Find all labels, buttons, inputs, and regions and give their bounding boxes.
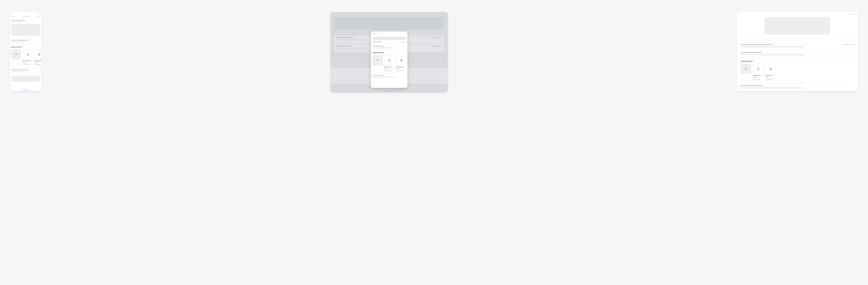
content-panel — [11, 76, 40, 82]
content-section — [741, 50, 854, 58]
text-line-placeholder — [741, 54, 804, 55]
window-controls — [849, 13, 856, 15]
content-section — [10, 18, 41, 38]
nav-action-placeholder — [37, 16, 40, 17]
content-section — [10, 38, 41, 44]
attachment-item[interactable]: file name.doc 14MB 15 Jan 2024 — [765, 64, 776, 80]
attachment-date: 15 Jan 2024 — [34, 64, 41, 65]
attachment-tile[interactable] — [765, 64, 776, 74]
attachment-filesize: 14MB — [34, 62, 41, 64]
sheet-text-section — [371, 44, 407, 50]
attachment-filesize: 14MB — [396, 68, 407, 70]
attachments-section: Attachments (2) + file name.doc 14MB 15 … — [10, 44, 41, 68]
text-line-placeholder — [11, 69, 29, 70]
attachment-add[interactable]: + — [741, 64, 751, 80]
document-icon — [769, 67, 772, 70]
text-line-placeholder — [372, 47, 394, 48]
device-mobile-frame: Attachments (2) + file name.doc 14MB 15 … — [10, 12, 41, 91]
text-line-placeholder — [372, 46, 384, 47]
subtext-placeholder — [11, 22, 22, 23]
attachment-filename: file name.doc — [765, 75, 776, 76]
plus-icon: + — [745, 67, 747, 70]
plus-icon: + — [15, 53, 17, 56]
home-indicator — [382, 91, 396, 92]
heading-placeholder — [11, 20, 25, 21]
add-attachment-tile[interactable]: + — [372, 55, 383, 65]
attachment-filename: file name.doc — [396, 66, 407, 68]
document-icon — [757, 67, 760, 70]
attachment-date: 15 Jan 2024 — [753, 78, 763, 80]
document-icon — [388, 59, 391, 62]
attachment-filesize: 14MB — [23, 62, 33, 64]
document-icon — [26, 53, 29, 56]
attachments-row: + file name.doc 14MB 15 Jan 2024 — [11, 49, 40, 65]
attachment-date: 15 Jan 2024 — [765, 78, 776, 80]
hero-section — [741, 17, 854, 38]
document-icon — [38, 53, 41, 56]
svg-point-0 — [39, 54, 39, 55]
text-line-placeholder — [741, 46, 804, 47]
attachment-tile[interactable] — [384, 55, 395, 65]
attachment-filename: file name.doc — [384, 66, 395, 68]
modal-sheet: Attachments (2) + — [371, 31, 407, 88]
hero-panel — [765, 17, 830, 35]
sheet-search-section — [371, 35, 407, 44]
status-left-placeholder — [11, 13, 14, 14]
attachment-item[interactable]: file name.doc 14MB 15 Jan 2024 — [34, 49, 41, 65]
attachment-meta: file name.doc 14MB 15 Jan 2024 — [34, 60, 41, 65]
text-line-placeholder — [372, 41, 381, 42]
attachments-label: Attachments (2) — [372, 52, 406, 54]
content-section — [741, 42, 854, 50]
attachment-item[interactable]: file name.doc 14MB 15 Jan 2024 — [384, 55, 395, 72]
content-section — [10, 74, 41, 84]
text-line-placeholder — [400, 41, 406, 42]
nav-back-placeholder — [11, 16, 14, 17]
svg-point-2 — [770, 69, 771, 69]
attachment-item[interactable]: file name.doc 14MB 15 Jan 2024 — [396, 55, 407, 72]
status-right-icons — [35, 13, 40, 14]
attachment-tile[interactable] — [753, 64, 763, 74]
text-line-placeholder — [741, 52, 763, 53]
attachment-add[interactable]: + — [372, 55, 383, 72]
attachment-item[interactable]: file name.doc 14MB 15 Jan 2024 — [753, 64, 763, 80]
home-indicator — [22, 90, 30, 90]
hero-placeholder — [334, 17, 444, 30]
attachment-meta: file name.doc 14MB 15 Jan 2024 — [23, 60, 33, 65]
attachment-meta: file name.doc 14MB 15 Jan 2024 — [384, 66, 395, 72]
status-bar — [10, 12, 41, 15]
document-icon — [400, 59, 403, 62]
attachments-label: Attachments (2) — [741, 60, 854, 62]
attachment-tile[interactable] — [34, 49, 41, 59]
text-line-placeholder — [11, 41, 24, 42]
attachments-section: Attachments (2) + — [371, 50, 407, 73]
attachments-row: + file name.doc 14MB 15 Jan 2024 — [372, 55, 406, 72]
search-placeholder[interactable] — [372, 37, 406, 40]
sheet-handle-placeholder — [372, 33, 377, 34]
text-line-placeholder — [741, 87, 804, 88]
attachment-date: 15 Jan 2024 — [396, 70, 407, 72]
device-desktop-frame: Attachments (2) + file name.doc 14MB 15 … — [737, 12, 858, 91]
nav-title-placeholder — [22, 16, 29, 17]
sheet-text-section — [371, 73, 407, 79]
attachment-filesize: 14MB — [765, 76, 776, 78]
nav-bar — [10, 15, 41, 18]
action-placeholder — [842, 44, 854, 45]
attachment-add[interactable]: + — [11, 49, 21, 65]
text-line-placeholder — [11, 71, 24, 72]
attachment-filesize: 14MB — [753, 76, 763, 78]
sheet-header — [371, 31, 407, 35]
device-tablet-wrap: Attachments (2) + — [331, 12, 448, 93]
attachment-meta: file name.doc 14MB 15 Jan 2024 — [765, 75, 776, 80]
text-line-placeholder — [11, 40, 29, 41]
attachment-filesize: 14MB — [384, 68, 395, 70]
content-panel — [11, 24, 40, 36]
content-section — [741, 83, 854, 91]
attachment-tile[interactable] — [23, 49, 33, 59]
add-attachment-tile[interactable]: + — [11, 49, 21, 59]
attachment-filename: file name.doc — [753, 75, 763, 76]
attachments-label: Attachments (2) — [11, 46, 40, 48]
add-attachment-tile[interactable]: + — [741, 64, 751, 74]
attachment-tile[interactable] — [396, 55, 407, 65]
attachment-filename: file name.doc — [23, 60, 33, 62]
attachment-item[interactable]: file name.doc 14MB 15 Jan 2024 — [23, 49, 33, 65]
